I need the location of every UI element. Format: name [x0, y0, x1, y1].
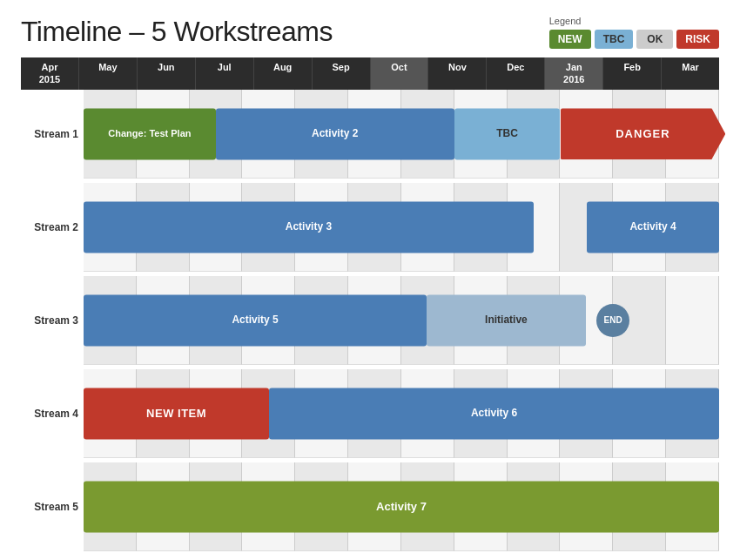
stream-row-4: Stream 4 NEW ITEM Activi [21, 369, 719, 458]
header-row: Timeline – 5 Workstreams Legend NEW TBC … [21, 16, 719, 49]
stream-1-label: Stream 1 [21, 90, 84, 179]
legend-block: Legend NEW TBC OK RISK [549, 16, 719, 49]
col-nov: Nov [428, 57, 487, 90]
month-headers: Apr2015 May Jun Jul Aug Sep Oct Nov Dec … [21, 57, 719, 90]
stream-row-3: Stream 3 Activity 5 Init [21, 276, 719, 365]
col-dec: Dec [487, 57, 545, 90]
col-sep: Sep [313, 57, 371, 90]
legend-ok: OK [636, 30, 673, 49]
col-mar: Mar [662, 57, 719, 90]
stream-5-label: Stream 5 [21, 462, 84, 551]
col-oct: Oct [371, 57, 429, 90]
page-title: Timeline – 5 Workstreams [21, 16, 333, 48]
legend-tbc: TBC [595, 30, 634, 49]
col-jun: Jun [138, 57, 196, 90]
page: Timeline – 5 Workstreams Legend NEW TBC … [0, 0, 740, 560]
col-feb: Feb [603, 57, 662, 90]
col-jul: Jul [196, 57, 254, 90]
stream-2-label: Stream 2 [21, 183, 84, 272]
stream-4-label: Stream 4 [21, 369, 84, 458]
gantt-header: Apr2015 May Jun Jul Aug Sep Oct Nov Dec … [21, 57, 719, 90]
col-aug: Aug [254, 57, 313, 90]
stream-3-label: Stream 3 [21, 276, 84, 365]
stream-2-cells: Activity 3 Activity 4 [84, 183, 719, 272]
stream-1-cells: Change: Test Plan Activity 2 TBC DANGER [84, 90, 719, 179]
legend-new: NEW [549, 30, 591, 49]
stream-row-2: Stream 2 Activity 3 Acti [21, 183, 719, 272]
legend-items: NEW TBC OK RISK [549, 30, 719, 49]
legend-label: Legend [549, 16, 582, 26]
stream-row-1: Stream 1 Change: Test Plan [21, 90, 719, 179]
col-may: May [79, 57, 138, 90]
col-jan: Jan2016 [545, 57, 603, 90]
gantt-wrapper: Apr2015 May Jun Jul Aug Sep Oct Nov Dec … [21, 57, 719, 551]
stream-3-cells: Activity 5 Initiative END [84, 276, 719, 365]
col-apr: Apr2015 [21, 57, 79, 90]
legend-risk: RISK [676, 30, 719, 49]
stream-row-5: Stream 5 Activity 7 [21, 462, 719, 551]
stream-5-cells: Activity 7 [84, 462, 719, 551]
stream-4-cells: NEW ITEM Activity 6 [84, 369, 719, 458]
